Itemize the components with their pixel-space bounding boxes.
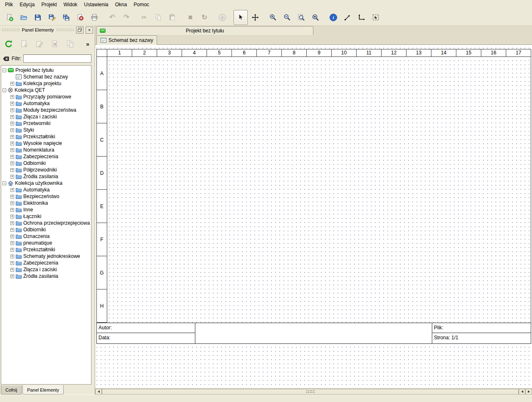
tree-expander[interactable]: + (10, 208, 14, 212)
scrollbar-track[interactable] (102, 389, 519, 395)
panel-tab-cofnij[interactable]: Cofnij (1, 385, 22, 395)
tree-item-projekt-bez-tytułu[interactable]: -Projekt bez tytułu (1, 67, 91, 74)
tree-item-przetworniki[interactable]: +Przetworniki (1, 120, 91, 127)
tree-expander[interactable]: + (10, 215, 14, 218)
filter-input[interactable] (23, 54, 91, 63)
tree-item-złącza-i-zaciski[interactable]: +Złącza i zaciski (1, 113, 91, 120)
menu-edycja[interactable]: Edycja (16, 0, 38, 9)
tree-item-kolekcja-użytkownika[interactable]: -Kolekcja użytkownika (1, 180, 91, 186)
menu-okna[interactable]: Okna (112, 0, 131, 9)
tree-item-przyrządy-pomiarowe[interactable]: +Przyrządy pomiarowe (1, 93, 91, 100)
tree-expander[interactable]: + (10, 175, 14, 179)
panel-float-button[interactable] (76, 27, 84, 34)
tree-item-źródła-zasilania[interactable]: +Źródła zasilania (1, 273, 91, 279)
tree-expander[interactable]: + (10, 128, 14, 132)
tree-expander[interactable]: + (10, 155, 14, 159)
menu-ustawienia[interactable]: Ustawienia (81, 0, 112, 9)
save-file-button[interactable] (31, 11, 44, 24)
pan-mode-button[interactable] (249, 11, 262, 24)
tree-item-schemat-bez-nazwy[interactable]: Schemat bez nazwy (1, 74, 91, 80)
tree-item-półprzewodniki[interactable]: +Półprzewodniki (1, 167, 91, 173)
save-file-as-button[interactable] (45, 11, 59, 24)
panel-tab-panel-elementy[interactable]: Panel Elementy (22, 385, 64, 395)
tree-expander[interactable]: + (10, 228, 14, 232)
tree-item-przekształtniki[interactable]: +Przekształtniki (1, 246, 91, 253)
tree-item-moduły-bezpieczeństwa[interactable]: +Moduły bezpieczeństwa (1, 107, 91, 113)
scroll-left-button-end[interactable] (519, 389, 525, 395)
tree-item-przekształtniki[interactable]: +Przekształtniki (1, 133, 91, 140)
tree-item-inne[interactable]: +Inne (1, 206, 91, 213)
scroll-right-button[interactable] (525, 389, 532, 395)
zoom-fit-button[interactable] (295, 11, 308, 24)
tree-item-odbiorniki[interactable]: +Odbiorniki (1, 226, 91, 233)
save-all-button[interactable] (59, 11, 73, 24)
diagram-canvas[interactable]: 1234567891011121314151617 ABCDEFGH Autor… (95, 45, 532, 388)
tree-item-zabezpieczenia[interactable]: +Zabezpieczenia (1, 260, 91, 266)
select-visible-button[interactable] (369, 11, 382, 24)
tree-expander[interactable]: + (10, 221, 14, 225)
tree-expander[interactable]: - (2, 88, 6, 92)
zoom-out-button[interactable] (281, 11, 294, 24)
diagram-info-button[interactable]: i (327, 11, 340, 24)
tree-expander[interactable]: + (10, 135, 14, 139)
diagram-tab[interactable]: Schemat bez nazwy (96, 35, 157, 45)
tree-expander[interactable]: + (10, 108, 14, 112)
tree-expander[interactable]: + (10, 95, 14, 99)
tree-item-kolekcja-projektu[interactable]: +Kolekcja projektu (1, 80, 91, 87)
new-document-button[interactable] (3, 11, 16, 24)
tree-expander[interactable]: + (10, 168, 14, 172)
tree-item-automatyka[interactable]: +Automatyka (1, 100, 91, 107)
tree-expander[interactable]: + (10, 241, 14, 245)
more-tools-button[interactable]: » (84, 39, 91, 49)
tree-expander[interactable]: + (10, 115, 14, 119)
tree-expander[interactable]: + (10, 188, 14, 192)
zoom-in-button[interactable] (266, 11, 280, 24)
tree-expander[interactable]: + (10, 275, 14, 278)
tree-item-łączniki[interactable]: +Łączniki (1, 213, 91, 220)
tree-expander[interactable]: + (10, 122, 14, 125)
tree-expander[interactable]: + (10, 102, 14, 105)
panel-close-button[interactable]: × (86, 27, 93, 34)
tree-item-złącza-i-zaciski[interactable]: +Złącza i zaciski (1, 266, 91, 273)
conductor-tool-button[interactable] (341, 11, 354, 24)
tree-expander[interactable]: + (10, 235, 14, 238)
tree-item-źródła-zasilania[interactable]: +Źródła zasilania (1, 173, 91, 180)
tree-item-wysokie-napięcie[interactable]: +Wysokie napięcie (1, 140, 91, 147)
tree-item-automatyka[interactable]: +Automatyka (1, 186, 91, 193)
tree-expander[interactable]: + (10, 261, 14, 265)
horizontal-scrollbar[interactable] (95, 388, 532, 395)
scrollbar-thumb[interactable] (102, 389, 519, 395)
select-mode-button[interactable] (234, 10, 248, 25)
tree-expander[interactable]: + (10, 201, 14, 205)
tree-item-odbiorniki[interactable]: +Odbiorniki (1, 160, 91, 167)
tree-expander[interactable]: - (2, 181, 6, 185)
tree-item-pneumatique[interactable]: +pneumatique (1, 240, 91, 246)
reload-collections-button[interactable] (3, 39, 14, 49)
element-tree[interactable]: -Projekt bez tytułuSchemat bez nazwy+Kol… (1, 65, 91, 385)
corner-tool-button[interactable] (355, 11, 368, 24)
tree-expander[interactable]: + (10, 82, 14, 86)
tree-item-schematy-jednokreskowe[interactable]: +Schematy jednokreskowe (1, 253, 91, 260)
tree-item-zabezpieczenia[interactable]: +Zabezpieczenia (1, 153, 91, 160)
project-tab[interactable]: Projekt bez tytułu (96, 26, 313, 35)
tree-expander[interactable]: + (10, 162, 14, 165)
menu-plik[interactable]: Plik (2, 0, 16, 9)
scroll-left-button[interactable] (95, 389, 102, 395)
close-file-button[interactable] (74, 11, 87, 24)
menu-projekt[interactable]: Projekt (38, 0, 60, 9)
open-file-button[interactable] (17, 11, 30, 24)
clear-filter-icon[interactable] (2, 55, 10, 62)
zoom-content-button[interactable] (309, 11, 322, 24)
tree-expander[interactable]: + (10, 268, 14, 272)
tree-item-kolekcja-qet[interactable]: -Kolekcja QET (1, 87, 91, 93)
tree-expander[interactable]: + (10, 248, 14, 252)
tree-item-ochrona-przeciwprzepięciowa[interactable]: +Ochrona przeciwprzepięciowa (1, 220, 91, 226)
tree-item-oznaczenia[interactable]: +Oznaczenia (1, 233, 91, 240)
menu-widok[interactable]: Widok (60, 0, 81, 9)
tree-expander[interactable]: + (10, 148, 14, 152)
tree-item-elektronika[interactable]: +Elektronika (1, 200, 91, 206)
tree-item-nomenklatura[interactable]: +Nomenklatura (1, 147, 91, 153)
print-button[interactable] (88, 11, 101, 24)
tree-expander[interactable]: + (10, 255, 14, 258)
tree-item-styki[interactable]: +Styki (1, 127, 91, 133)
